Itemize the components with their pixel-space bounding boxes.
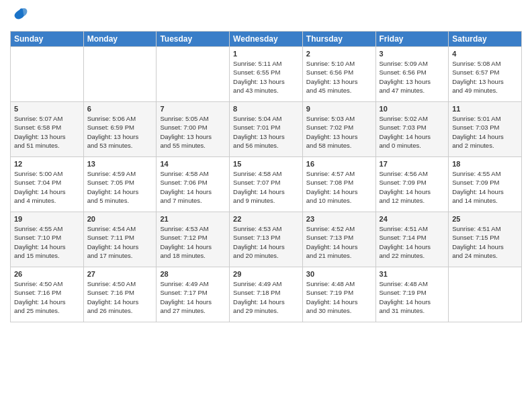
calendar-cell: 26Sunrise: 4:50 AM Sunset: 7:16 PM Dayli… — [11, 267, 84, 322]
calendar-cell: 4Sunrise: 5:08 AM Sunset: 6:57 PM Daylig… — [449, 47, 522, 102]
day-info: Sunrise: 4:53 AM Sunset: 7:13 PM Dayligh… — [233, 224, 299, 260]
calendar-cell: 17Sunrise: 4:56 AM Sunset: 7:09 PM Dayli… — [375, 157, 449, 212]
day-number: 18 — [452, 160, 518, 168]
day-info: Sunrise: 5:08 AM Sunset: 6:57 PM Dayligh… — [452, 59, 518, 95]
calendar-cell: 19Sunrise: 4:55 AM Sunset: 7:10 PM Dayli… — [11, 212, 84, 267]
day-number: 11 — [452, 105, 518, 113]
day-info: Sunrise: 5:06 AM Sunset: 6:59 PM Dayligh… — [87, 114, 153, 150]
day-info: Sunrise: 4:49 AM Sunset: 7:18 PM Dayligh… — [233, 279, 299, 315]
day-number: 3 — [380, 50, 445, 58]
day-number: 23 — [306, 215, 372, 223]
calendar-cell: 28Sunrise: 4:49 AM Sunset: 7:17 PM Dayli… — [157, 267, 230, 322]
day-number: 2 — [306, 50, 372, 58]
calendar-cell — [11, 47, 84, 102]
day-number: 26 — [14, 270, 80, 278]
day-number: 31 — [380, 270, 445, 278]
calendar-cell: 18Sunrise: 4:55 AM Sunset: 7:09 PM Dayli… — [449, 157, 522, 212]
header-row: SundayMondayTuesdayWednesdayThursdayFrid… — [11, 32, 522, 47]
day-info: Sunrise: 5:07 AM Sunset: 6:58 PM Dayligh… — [14, 114, 80, 150]
day-info: Sunrise: 4:59 AM Sunset: 7:05 PM Dayligh… — [87, 169, 153, 205]
day-info: Sunrise: 4:56 AM Sunset: 7:09 PM Dayligh… — [380, 169, 445, 205]
day-info: Sunrise: 5:04 AM Sunset: 7:01 PM Dayligh… — [233, 114, 299, 150]
day-number: 17 — [380, 160, 445, 168]
day-number: 1 — [233, 50, 299, 58]
day-info: Sunrise: 4:55 AM Sunset: 7:10 PM Dayligh… — [14, 224, 80, 260]
calendar-cell — [83, 47, 157, 102]
calendar-cell: 9Sunrise: 5:03 AM Sunset: 7:02 PM Daylig… — [302, 102, 375, 157]
day-info: Sunrise: 5:00 AM Sunset: 7:04 PM Dayligh… — [14, 169, 80, 205]
calendar-cell: 16Sunrise: 4:57 AM Sunset: 7:08 PM Dayli… — [302, 157, 375, 212]
day-number: 20 — [87, 215, 153, 223]
calendar-cell: 22Sunrise: 4:53 AM Sunset: 7:13 PM Dayli… — [230, 212, 303, 267]
header-cell-sunday: Sunday — [11, 32, 84, 47]
day-info: Sunrise: 5:09 AM Sunset: 6:56 PM Dayligh… — [380, 59, 445, 95]
header-cell-wednesday: Wednesday — [230, 32, 303, 47]
day-number: 8 — [233, 105, 299, 113]
header-cell-tuesday: Tuesday — [157, 32, 230, 47]
day-info: Sunrise: 5:05 AM Sunset: 7:00 PM Dayligh… — [160, 114, 226, 150]
header-cell-thursday: Thursday — [302, 32, 375, 47]
day-number: 6 — [87, 105, 153, 113]
calendar-cell: 31Sunrise: 4:48 AM Sunset: 7:19 PM Dayli… — [375, 267, 449, 322]
day-info: Sunrise: 4:52 AM Sunset: 7:13 PM Dayligh… — [306, 224, 372, 260]
calendar-cell: 20Sunrise: 4:54 AM Sunset: 7:11 PM Dayli… — [83, 212, 157, 267]
day-number: 27 — [87, 270, 153, 278]
calendar-cell: 25Sunrise: 4:51 AM Sunset: 7:15 PM Dayli… — [449, 212, 522, 267]
day-info: Sunrise: 5:01 AM Sunset: 7:03 PM Dayligh… — [452, 114, 518, 150]
day-number: 15 — [233, 160, 299, 168]
day-info: Sunrise: 4:54 AM Sunset: 7:11 PM Dayligh… — [87, 224, 153, 260]
header — [10, 7, 522, 26]
day-info: Sunrise: 4:49 AM Sunset: 7:17 PM Dayligh… — [160, 279, 226, 315]
day-number: 12 — [14, 160, 80, 168]
calendar-cell: 1Sunrise: 5:11 AM Sunset: 6:55 PM Daylig… — [230, 47, 303, 102]
calendar-cell: 5Sunrise: 5:07 AM Sunset: 6:58 PM Daylig… — [11, 102, 84, 157]
calendar-cell — [157, 47, 230, 102]
calendar-cell: 6Sunrise: 5:06 AM Sunset: 6:59 PM Daylig… — [83, 102, 157, 157]
day-info: Sunrise: 4:48 AM Sunset: 7:19 PM Dayligh… — [380, 279, 445, 315]
day-number: 29 — [233, 270, 299, 278]
day-number: 16 — [306, 160, 372, 168]
calendar-cell: 27Sunrise: 4:50 AM Sunset: 7:16 PM Dayli… — [83, 267, 157, 322]
header-cell-friday: Friday — [375, 32, 449, 47]
calendar-cell: 7Sunrise: 5:05 AM Sunset: 7:00 PM Daylig… — [157, 102, 230, 157]
calendar-body: 1Sunrise: 5:11 AM Sunset: 6:55 PM Daylig… — [11, 47, 522, 322]
calendar-table: SundayMondayTuesdayWednesdayThursdayFrid… — [10, 31, 522, 322]
calendar-cell: 24Sunrise: 4:51 AM Sunset: 7:14 PM Dayli… — [375, 212, 449, 267]
day-info: Sunrise: 4:58 AM Sunset: 7:06 PM Dayligh… — [160, 169, 226, 205]
day-info: Sunrise: 4:51 AM Sunset: 7:15 PM Dayligh… — [452, 224, 518, 260]
day-info: Sunrise: 4:50 AM Sunset: 7:16 PM Dayligh… — [14, 279, 80, 315]
calendar-week-5: 26Sunrise: 4:50 AM Sunset: 7:16 PM Dayli… — [11, 267, 522, 322]
day-info: Sunrise: 4:51 AM Sunset: 7:14 PM Dayligh… — [380, 224, 445, 260]
calendar-cell — [449, 267, 522, 322]
day-info: Sunrise: 4:48 AM Sunset: 7:19 PM Dayligh… — [306, 279, 372, 315]
calendar-cell: 14Sunrise: 4:58 AM Sunset: 7:06 PM Dayli… — [157, 157, 230, 212]
calendar-cell: 12Sunrise: 5:00 AM Sunset: 7:04 PM Dayli… — [11, 157, 84, 212]
logo-icon — [10, 7, 29, 26]
calendar-cell: 21Sunrise: 4:53 AM Sunset: 7:12 PM Dayli… — [157, 212, 230, 267]
day-number: 25 — [452, 215, 518, 223]
day-number: 14 — [160, 160, 226, 168]
day-number: 21 — [160, 215, 226, 223]
calendar-cell: 13Sunrise: 4:59 AM Sunset: 7:05 PM Dayli… — [83, 157, 157, 212]
calendar-cell: 11Sunrise: 5:01 AM Sunset: 7:03 PM Dayli… — [449, 102, 522, 157]
header-cell-saturday: Saturday — [449, 32, 522, 47]
calendar-cell: 10Sunrise: 5:02 AM Sunset: 7:03 PM Dayli… — [375, 102, 449, 157]
day-number: 13 — [87, 160, 153, 168]
day-info: Sunrise: 5:02 AM Sunset: 7:03 PM Dayligh… — [380, 114, 445, 150]
day-number: 28 — [160, 270, 226, 278]
day-number: 30 — [306, 270, 372, 278]
day-info: Sunrise: 4:50 AM Sunset: 7:16 PM Dayligh… — [87, 279, 153, 315]
logo — [10, 7, 32, 26]
day-info: Sunrise: 5:10 AM Sunset: 6:56 PM Dayligh… — [306, 59, 372, 95]
calendar-cell: 8Sunrise: 5:04 AM Sunset: 7:01 PM Daylig… — [230, 102, 303, 157]
calendar-week-2: 5Sunrise: 5:07 AM Sunset: 6:58 PM Daylig… — [11, 102, 522, 157]
day-number: 19 — [14, 215, 80, 223]
day-info: Sunrise: 5:03 AM Sunset: 7:02 PM Dayligh… — [306, 114, 372, 150]
calendar-page: SundayMondayTuesdayWednesdayThursdayFrid… — [0, 0, 532, 411]
day-number: 22 — [233, 215, 299, 223]
day-info: Sunrise: 4:55 AM Sunset: 7:09 PM Dayligh… — [452, 169, 518, 205]
calendar-week-3: 12Sunrise: 5:00 AM Sunset: 7:04 PM Dayli… — [11, 157, 522, 212]
calendar-cell: 23Sunrise: 4:52 AM Sunset: 7:13 PM Dayli… — [302, 212, 375, 267]
calendar-cell: 30Sunrise: 4:48 AM Sunset: 7:19 PM Dayli… — [302, 267, 375, 322]
day-number: 7 — [160, 105, 226, 113]
